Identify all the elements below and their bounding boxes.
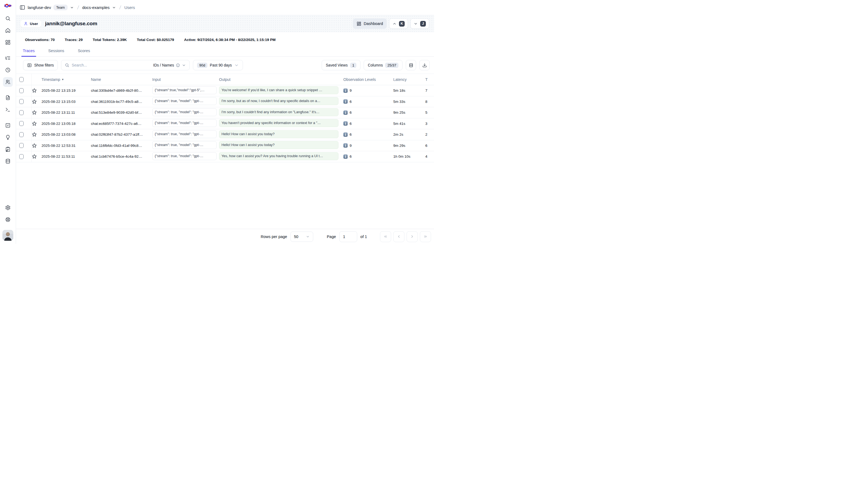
insights-lightbulb-icon[interactable]	[3, 132, 13, 142]
users-icon[interactable]	[3, 77, 13, 87]
row-name[interactable]: chat:116fbfdc-0fd3-41af-99c8…	[91, 144, 152, 148]
row-checkbox[interactable]	[19, 121, 24, 126]
column-header-timestamp[interactable]: Timestamp▼	[41, 78, 91, 82]
column-header-input: Input	[152, 78, 219, 82]
settings-gear-icon[interactable]	[3, 203, 13, 213]
table-row[interactable]: 2025-08-22 13:15:03 chat:3611931b-bc77-4…	[16, 96, 434, 108]
search-icon[interactable]	[3, 13, 13, 23]
search-box[interactable]: IDs / Names	[61, 60, 190, 70]
tracing-icon[interactable]	[3, 53, 13, 63]
info-level-icon: i	[343, 89, 348, 93]
bookmark-star-icon[interactable]	[32, 121, 37, 126]
table-row[interactable]: 2025-08-22 13:15:19 chat:330bd4e7-d869-4…	[16, 85, 434, 96]
table-row[interactable]: 2025-08-22 13:11:11 chat:513e84e9-9039-4…	[16, 107, 434, 118]
search-input[interactable]	[72, 63, 151, 67]
row-checkbox[interactable]	[19, 154, 24, 159]
row-input-preview[interactable]: {"stream": true, "model": "gpt-…	[152, 97, 217, 105]
next-page-button[interactable]	[407, 231, 418, 242]
prev-user-button[interactable]: K	[389, 19, 408, 29]
dashboard-button[interactable]: Dashboard	[353, 19, 387, 29]
datasets-database-icon[interactable]	[3, 156, 13, 166]
tab-traces[interactable]: Traces	[22, 46, 36, 57]
profile-avatar[interactable]	[2, 230, 13, 241]
row-level-count: 6	[349, 132, 352, 136]
annotation-clipboard-pen-icon[interactable]	[3, 144, 13, 154]
previous-page-button[interactable]	[393, 231, 404, 242]
prompts-file-code-icon[interactable]	[3, 93, 13, 102]
row-name[interactable]: chat:1cb67476-b5ce-4c4a-92…	[91, 154, 152, 158]
row-checkbox[interactable]	[19, 143, 24, 148]
row-name[interactable]: chat:3611931b-bc77-49c5-a8…	[91, 100, 152, 104]
bookmark-star-icon[interactable]	[32, 154, 37, 159]
breadcrumb-project[interactable]: langfuse-dev	[28, 5, 51, 10]
row-checkbox[interactable]	[19, 88, 24, 93]
shortcut-key-k: K	[399, 21, 405, 27]
support-lifebuoy-icon[interactable]	[3, 215, 13, 224]
row-truncated-value: 2	[425, 132, 434, 136]
chevron-down-icon[interactable]	[112, 6, 116, 9]
export-button[interactable]	[420, 60, 430, 70]
bookmark-star-icon[interactable]	[32, 99, 37, 104]
sessions-clock-icon[interactable]	[3, 65, 13, 75]
row-output-preview[interactable]: You haven't provided any specific inform…	[219, 119, 338, 127]
row-name[interactable]: chat:330bd4e7-d869-4b2f-80…	[91, 89, 152, 93]
chevron-down-icon[interactable]	[70, 6, 74, 9]
sidebar	[0, 0, 16, 244]
rows-per-page-value: 50	[294, 235, 298, 239]
page-number-input[interactable]	[339, 231, 357, 242]
row-truncated-value: 3	[425, 122, 434, 126]
bookmark-star-icon[interactable]	[32, 88, 37, 93]
row-height-button[interactable]	[406, 60, 416, 70]
sidebar-toggle-icon[interactable]	[20, 5, 25, 10]
app-window: langfuse-dev Team / docs-examples / User…	[0, 0, 434, 244]
row-input-preview[interactable]: {"stream":true,"model":"gpt-5",…	[152, 86, 217, 94]
row-output-preview[interactable]: I'm sorry, but I couldn't find any infor…	[219, 108, 338, 116]
row-output-preview[interactable]: I'm sorry, but as of now, I couldn't fin…	[219, 97, 338, 105]
row-input-preview[interactable]: {"stream": true, "model": "gpt-…	[152, 130, 217, 138]
time-range-selector[interactable]: 90d Past 90 days	[193, 60, 243, 70]
row-input-preview[interactable]: {"stream": true, "model": "gpt-…	[152, 119, 217, 127]
table-row[interactable]: 2025-08-22 13:03:08 chat:02f63f47-87b2-4…	[16, 129, 434, 140]
row-name[interactable]: chat:02f63f47-87b2-4377-a1ff…	[91, 132, 152, 136]
columns-button[interactable]: Columns 25/37	[364, 60, 403, 70]
row-name[interactable]: chat:513e84e9-9039-42d0-bf…	[91, 111, 152, 115]
row-input-preview[interactable]: {"stream": true, "model": "gpt-…	[152, 141, 217, 149]
first-page-button[interactable]	[380, 231, 391, 242]
row-timestamp: 2025-08-22 13:11:11	[41, 111, 91, 115]
table-row[interactable]: 2025-08-22 12:53:31 chat:116fbfdc-0fd3-4…	[16, 140, 434, 151]
dashboards-icon[interactable]	[3, 37, 13, 47]
row-checkbox[interactable]	[19, 99, 24, 104]
select-all-checkbox[interactable]	[19, 77, 24, 82]
saved-views-button[interactable]: Saved Views 1	[322, 60, 361, 70]
tab-sessions[interactable]: Sessions	[47, 46, 66, 57]
download-icon	[422, 63, 427, 68]
search-scope-selector[interactable]: IDs / Names	[153, 63, 186, 67]
playground-terminal-icon[interactable]	[3, 105, 13, 115]
row-checkbox[interactable]	[19, 110, 24, 115]
tab-scores[interactable]: Scores	[76, 46, 91, 57]
show-filters-button[interactable]: Show filters	[23, 60, 58, 70]
bookmark-star-icon[interactable]	[32, 110, 37, 115]
row-output-preview[interactable]: Hello! How can I assist you today?	[219, 130, 338, 138]
table-row[interactable]: 2025-08-22 13:05:18 chat:ec685f77-7374-4…	[16, 118, 434, 129]
stat-total-tokens: Total Tokens: 2.39K	[93, 38, 127, 42]
next-user-button[interactable]: J	[410, 19, 429, 29]
bookmark-star-icon[interactable]	[32, 143, 37, 148]
row-output-preview[interactable]: Yes, how can I assist you? Are you havin…	[219, 152, 338, 160]
rows-per-page-label: Rows per page	[260, 235, 287, 239]
row-input-preview[interactable]: {"stream": true, "model": "gpt-…	[152, 108, 217, 116]
row-latency: 5m 18s	[393, 89, 425, 93]
table-row[interactable]: 2025-08-22 11:53:11 chat:1cb67476-b5ce-4…	[16, 151, 434, 162]
bookmark-star-icon[interactable]	[32, 132, 37, 137]
evaluation-percent-icon[interactable]	[3, 121, 13, 130]
chevron-down-icon	[182, 63, 186, 67]
row-name[interactable]: chat:ec685f77-7374-427c-a6…	[91, 122, 152, 126]
rows-per-page-select[interactable]: 50	[290, 232, 313, 242]
row-input-preview[interactable]: {"stream": true, "model": "gpt-…	[152, 152, 217, 160]
row-output-preview[interactable]: You’re welcome! If you’d like, I can sha…	[219, 86, 338, 94]
last-page-button[interactable]	[420, 231, 431, 242]
row-checkbox[interactable]	[19, 132, 24, 137]
row-output-preview[interactable]: Hello! How can I assist you today?	[219, 141, 338, 149]
home-icon[interactable]	[3, 26, 13, 35]
breadcrumb-environment[interactable]: docs-examples	[82, 5, 110, 10]
